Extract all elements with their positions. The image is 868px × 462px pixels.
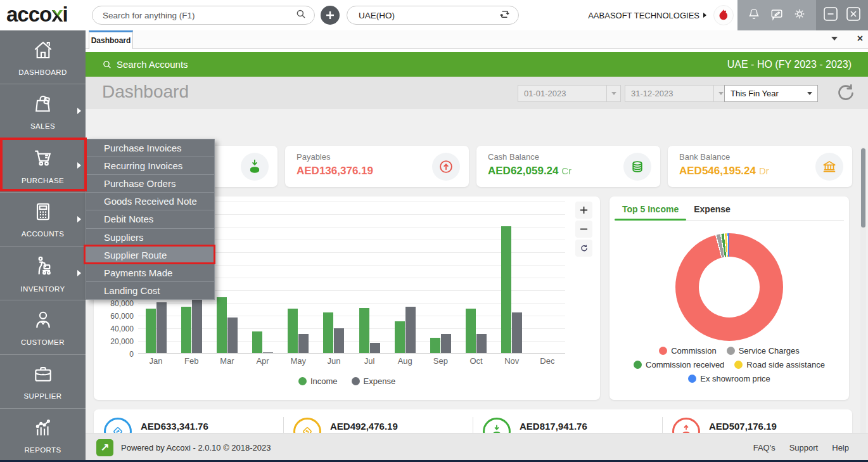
footer-links: FAQ's Support Help	[753, 443, 849, 452]
menu-item-recurring-invoices[interactable]: Recurring Invoices	[86, 157, 214, 175]
close-icon[interactable]	[845, 6, 862, 25]
bar-group-aug	[387, 202, 423, 353]
sidebar-item-label: DASHBOARD	[18, 68, 67, 76]
income-bar-jun[interactable]	[323, 312, 333, 353]
tab-close-icon[interactable]: ×	[857, 33, 863, 44]
switch-branch-icon[interactable]	[499, 8, 511, 22]
tab-list-caret-icon[interactable]	[831, 37, 838, 41]
tab-dashboard[interactable]: Dashboard	[89, 30, 133, 49]
expense-bar-jan[interactable]	[156, 302, 167, 353]
bell-icon[interactable]	[747, 7, 761, 23]
cash-balance-card[interactable]: Cash Balance AED62,059.24 Cr	[476, 146, 660, 187]
bank-balance-card[interactable]: Bank Balance AED546,195.24 Dr	[668, 146, 852, 187]
accoxi-logo: accoxi	[6, 3, 68, 27]
quick-add-button[interactable]	[321, 6, 340, 25]
income-bar-jan[interactable]	[146, 309, 156, 353]
date-to-picker[interactable]: 31-12-2023	[625, 85, 728, 102]
expense-bar-feb[interactable]	[192, 299, 202, 353]
income-bar-jul[interactable]	[359, 308, 369, 353]
cart-icon	[31, 146, 55, 172]
chevron-right-icon	[77, 162, 81, 169]
zoom-in-button[interactable]	[575, 202, 592, 219]
expense-bar-apr[interactable]	[263, 352, 273, 353]
search-icon[interactable]	[295, 8, 307, 22]
expense-bar-sep[interactable]	[441, 334, 451, 353]
top5-panel: Top 5 Income Expense CommissionService C…	[610, 196, 849, 400]
income-bar-oct[interactable]	[466, 309, 476, 353]
x-axis-tick-label: Jul	[352, 356, 387, 366]
sidebar-item-supplier[interactable]: SUPPLIER	[0, 355, 86, 409]
expense-bar-nov[interactable]	[512, 312, 522, 353]
global-search[interactable]	[92, 6, 315, 25]
income-bar-sep[interactable]	[430, 338, 440, 353]
sidebar-item-dashboard[interactable]: DASHBOARD	[0, 30, 86, 84]
legend-item-income[interactable]: Income	[298, 376, 338, 386]
minimize-icon[interactable]	[822, 6, 839, 25]
search-accounts-button[interactable]: Search Accounts	[102, 59, 188, 70]
sidebar-item-accounts[interactable]: ACCOUNTS	[0, 193, 86, 247]
x-axis-tick-label: Mar	[209, 356, 245, 366]
income-bar-aug[interactable]	[395, 321, 405, 353]
donut-legend-item[interactable]: Commission	[659, 346, 717, 356]
card-label: Payables	[297, 152, 330, 162]
expense-bar-aug[interactable]	[405, 307, 416, 353]
expense-bar-oct[interactable]	[476, 334, 487, 353]
menu-item-suppliers[interactable]: Suppliers	[86, 229, 214, 247]
expense-bar-jul[interactable]	[370, 343, 380, 353]
sidebar-item-sales[interactable]: SALES	[0, 84, 86, 138]
income-bar-mar[interactable]	[217, 297, 227, 353]
sidebar: DASHBOARD SALES PURCHASE ACCOUNTS INVENT…	[0, 30, 86, 462]
expense-bar-jun[interactable]	[334, 328, 344, 353]
date-from-picker[interactable]: 01-01-2023	[518, 85, 621, 102]
branch-name: UAE(HO)	[359, 11, 499, 20]
messages-icon[interactable]	[770, 7, 784, 23]
sidebar-item-label: SALES	[30, 122, 55, 130]
menu-item-payments-made[interactable]: Payments Made	[86, 264, 214, 282]
menu-item-purchase-orders[interactable]: Purchase Orders	[86, 175, 214, 193]
zoom-out-button[interactable]	[575, 221, 592, 238]
x-axis-tick-label: Nov	[494, 356, 530, 366]
legend-item-expense[interactable]: Expense	[352, 376, 396, 386]
donut-legend-item[interactable]: Ex showroom price	[688, 374, 770, 383]
refresh-dashboard-button[interactable]	[834, 82, 857, 105]
faqs-link[interactable]: FAQ's	[753, 443, 775, 452]
income-bar-feb[interactable]	[181, 307, 191, 353]
expense-bar-may[interactable]	[298, 334, 309, 353]
donut-legend-item[interactable]: Road side assistance	[734, 360, 825, 369]
payables-card[interactable]: Payables AED136,376.19	[285, 146, 469, 187]
card-value: AED136,376.19	[297, 165, 373, 177]
menu-item-supplier-route[interactable]: Supplier Route	[86, 247, 214, 264]
expense-bar-mar[interactable]	[227, 318, 238, 353]
donut-legend-item[interactable]: Commission received	[634, 360, 724, 369]
menu-item-purchase-invoices[interactable]: Purchase Invoices	[86, 139, 214, 157]
reset-zoom-icon[interactable]	[575, 240, 592, 257]
app-window: accoxi UAE(HO) AABASOFT TECHNOLOGIES	[0, 0, 868, 462]
date-to-value: 31-12-2023	[625, 89, 713, 98]
donut-legend-item[interactable]: Service Charges	[727, 346, 800, 356]
company-menu[interactable]: AABASOFT TECHNOLOGIES	[588, 0, 706, 30]
menu-item-goods-received-note[interactable]: Goods Received Note	[86, 193, 214, 210]
menu-item-debit-notes[interactable]: Debit Notes	[86, 210, 214, 228]
avatar[interactable]	[713, 5, 734, 25]
income-bar-nov[interactable]	[501, 226, 511, 353]
search-input[interactable]	[103, 11, 295, 20]
menu-item-landing-cost[interactable]: Landing Cost	[86, 282, 214, 299]
settings-gear-icon[interactable]	[793, 7, 807, 23]
tab-expense[interactable]: Expense	[686, 202, 738, 220]
sidebar-item-inventory[interactable]: INVENTORY	[0, 247, 86, 300]
date-from-dropdown[interactable]	[606, 86, 620, 101]
help-link[interactable]: Help	[832, 443, 849, 452]
vertical-scrollbar[interactable]	[860, 147, 866, 456]
tab-top5-income[interactable]: Top 5 Income	[615, 202, 686, 220]
income-bar-apr[interactable]	[252, 331, 262, 353]
income-bar-may[interactable]	[288, 309, 298, 353]
sidebar-item-reports[interactable]: REPORTS	[0, 409, 86, 462]
branch-selector[interactable]: UAE(HO)	[347, 6, 519, 25]
coins-receive-icon	[241, 153, 269, 181]
period-select[interactable]: This Fin Year	[724, 85, 818, 102]
sidebar-item-purchase[interactable]: PURCHASE	[0, 139, 86, 193]
support-link[interactable]: Support	[789, 443, 819, 452]
scrollbar-thumb[interactable]	[861, 148, 865, 228]
sidebar-item-customer[interactable]: CUSTOMER	[0, 300, 86, 354]
card-label: Bank Balance	[679, 152, 730, 162]
